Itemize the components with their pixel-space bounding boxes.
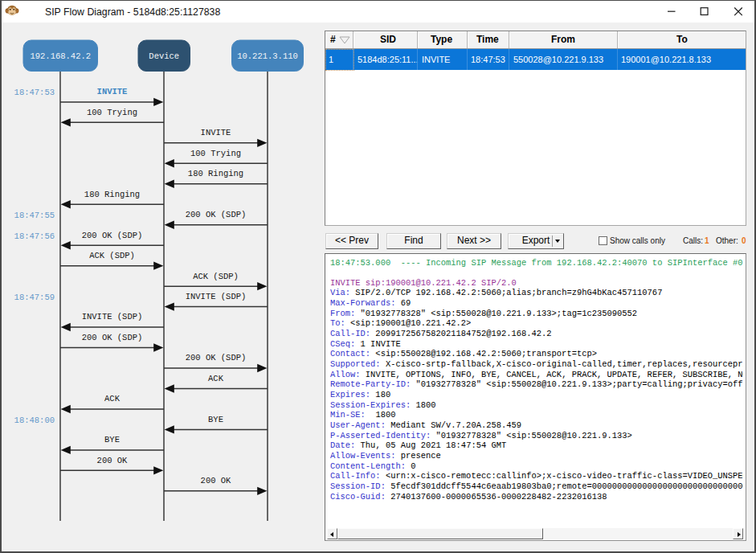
- svg-text:18:47:55: 18:47:55: [14, 211, 55, 220]
- svg-text:200 OK (SDP): 200 OK (SDP): [186, 353, 247, 363]
- svg-text:INVITE: INVITE: [97, 87, 128, 96]
- svg-text:INVITE (SDP): INVITE (SDP): [82, 312, 143, 322]
- svg-text:180 Ringing: 180 Ringing: [188, 169, 243, 178]
- svg-text:192.168.42.2: 192.168.42.2: [30, 51, 91, 61]
- svg-text:ACK: ACK: [208, 374, 224, 383]
- svg-text:ACK (SDP): ACK (SDP): [89, 251, 135, 260]
- svg-text:18:47:56: 18:47:56: [14, 231, 55, 241]
- svg-text:18:47:53: 18:47:53: [14, 88, 55, 97]
- svg-text:100 Trying: 100 Trying: [87, 108, 137, 117]
- svg-text:BYE: BYE: [104, 435, 120, 444]
- svg-text:180 Ringing: 180 Ringing: [84, 190, 140, 199]
- svg-text:INVITE: INVITE: [201, 128, 231, 137]
- svg-text:ACK: ACK: [104, 394, 121, 403]
- svg-text:18:47:59: 18:47:59: [14, 293, 55, 302]
- svg-text:18:48:00: 18:48:00: [14, 416, 55, 425]
- svg-text:Device: Device: [149, 51, 179, 61]
- svg-text:200 OK: 200 OK: [97, 456, 129, 465]
- svg-text:200 OK (SDP): 200 OK (SDP): [82, 231, 143, 240]
- svg-text:INVITE (SDP): INVITE (SDP): [186, 292, 247, 301]
- svg-text:200 OK (SDP): 200 OK (SDP): [82, 333, 143, 342]
- svg-text:BYE: BYE: [208, 415, 223, 424]
- svg-text:10.221.3.110: 10.221.3.110: [237, 51, 298, 61]
- svg-text:ACK (SDP): ACK (SDP): [193, 272, 239, 281]
- svg-text:200 OK: 200 OK: [201, 476, 232, 485]
- svg-text:200 OK (SDP): 200 OK (SDP): [186, 210, 247, 219]
- svg-text:100 Trying: 100 Trying: [190, 149, 241, 158]
